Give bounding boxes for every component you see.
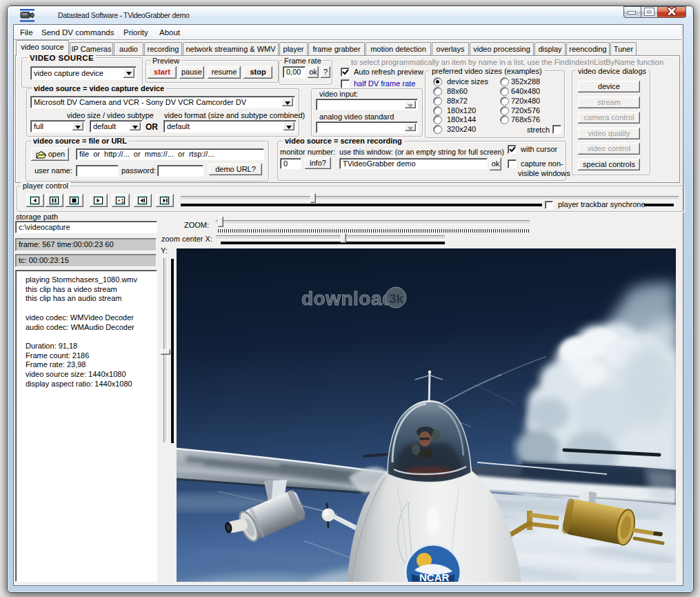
svg-text:download: download <box>301 288 394 309</box>
svg-text:+1: +1 <box>117 197 124 204</box>
svg-text:NCAR: NCAR <box>419 571 449 582</box>
svg-text:3k: 3k <box>389 291 404 306</box>
